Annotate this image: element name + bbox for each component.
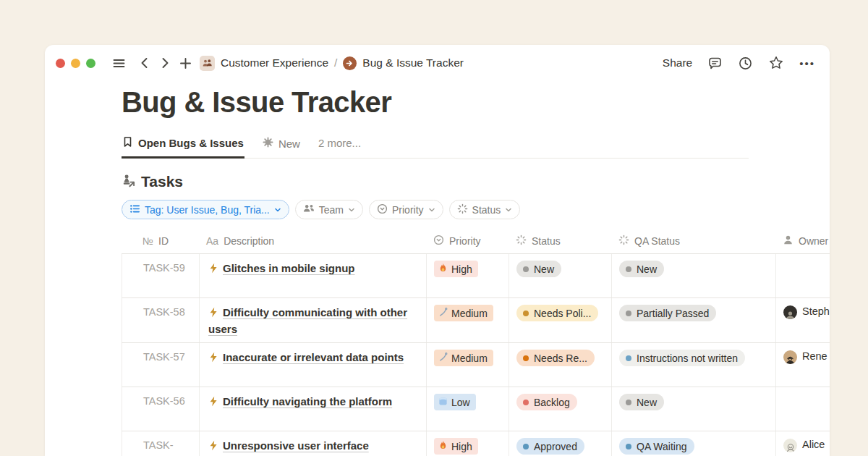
lightning-bolt-icon [208, 351, 218, 366]
tab-label: New [278, 138, 300, 150]
table-header-row: № ID Aa Description Priority Status [122, 229, 830, 254]
priority-label: Low [451, 397, 470, 408]
owner-cell[interactable] [775, 254, 830, 297]
status-dot [523, 400, 529, 405]
status-cell[interactable]: Needs Re... [509, 343, 611, 387]
avatar [783, 350, 797, 364]
flame-icon [438, 440, 448, 452]
breadcrumb-page[interactable]: Bug & Issue Tracker [362, 56, 464, 69]
back-icon[interactable] [135, 54, 155, 72]
traffic-lights [56, 59, 95, 68]
filter-chip-status[interactable]: Status [449, 200, 521, 219]
priority-cell[interactable]: Low [426, 387, 509, 431]
hamburger-menu-icon[interactable] [109, 54, 129, 72]
history-clock-icon[interactable] [738, 56, 753, 71]
status-cell[interactable]: Needs Poli... [509, 298, 611, 342]
tab-new[interactable]: New [262, 137, 301, 159]
minimize-window-icon[interactable] [71, 59, 80, 68]
task-id-cell[interactable]: TASK-56 [122, 387, 199, 431]
owner-cell[interactable]: Alice [775, 431, 830, 456]
qa-status-cell[interactable]: New [611, 387, 775, 431]
bulleted-list-icon [129, 203, 140, 216]
view-tabs: Open Bugs & Issues New 2 more... [122, 136, 749, 159]
status-label: Needs Re... [534, 352, 587, 364]
needle-icon [438, 307, 448, 319]
column-header-id[interactable]: № ID [122, 229, 199, 253]
share-button[interactable]: Share [663, 56, 692, 69]
spinner-icon [516, 235, 527, 248]
status-label: Backlog [534, 397, 570, 408]
linked-database-pawn-icon [122, 174, 135, 190]
priority-cell[interactable]: Medium [426, 343, 509, 387]
task-description-cell: Difficulty communicating with other user… [199, 298, 426, 342]
priority-cell[interactable]: Medium [426, 298, 509, 342]
breadcrumb-workspace[interactable]: Customer Experience [221, 56, 328, 69]
task-title-link[interactable]: Glitches in mobile signup [223, 262, 355, 274]
breadcrumb-separator: / [334, 56, 337, 69]
avatar [783, 439, 797, 452]
table-row: TASK-56 Difficulty navigating the platfo… [122, 387, 830, 431]
priority-cell[interactable]: High [426, 431, 509, 456]
filter-chip-priority[interactable]: Priority [369, 200, 443, 219]
number-sign-icon: № [142, 235, 153, 247]
qa-status-label: Partially Passed [637, 308, 709, 319]
owner-cell[interactable]: Steph [775, 298, 830, 342]
filter-chip-tag[interactable]: Tag: User Issue, Bug, Tria... [122, 200, 289, 219]
topbar-actions: Share ••• [663, 55, 815, 71]
status-cell[interactable]: New [509, 254, 611, 297]
qa-status-cell[interactable]: Partially Passed [611, 298, 775, 342]
spinner-icon [618, 235, 629, 248]
priority-label: High [451, 263, 472, 275]
chevron-down-icon [428, 206, 435, 214]
status-cell[interactable]: Approved [509, 431, 611, 456]
column-header-status[interactable]: Status [509, 229, 611, 253]
lightning-bolt-icon [208, 306, 218, 321]
column-header-qa-status[interactable]: QA Status [611, 229, 775, 253]
forward-icon[interactable] [155, 54, 175, 72]
filter-chip-team[interactable]: Team [295, 200, 363, 219]
page-content: Bug & Issue Tracker Open Bugs & Issues N… [45, 85, 830, 456]
section-title: Tasks [141, 173, 183, 190]
chevron-down-icon [505, 206, 512, 214]
status-cell[interactable]: Backlog [509, 387, 611, 431]
qa-status-label: New [637, 397, 657, 408]
workspace-people-icon[interactable] [200, 56, 215, 71]
favorite-star-icon[interactable] [768, 55, 784, 71]
status-dot [523, 444, 529, 449]
status-dot [626, 400, 631, 405]
circle-arrow-icon [433, 235, 444, 248]
comments-icon[interactable] [707, 56, 723, 71]
priority-cell[interactable]: High [426, 254, 509, 297]
task-title-link[interactable]: Difficulty communicating with other user… [208, 306, 407, 335]
table-row: TASK-59 Glitches in mobile signup High N… [122, 254, 830, 298]
page-arrow-icon [343, 56, 357, 70]
lightning-bolt-icon [208, 439, 218, 455]
qa-status-cell[interactable]: Instructions not written [611, 343, 775, 387]
tab-open-bugs-issues[interactable]: Open Bugs & Issues [122, 136, 244, 159]
task-id-cell[interactable]: TASK-58 [122, 298, 199, 342]
tab-label: Open Bugs & Issues [138, 137, 244, 149]
task-id-cell[interactable]: TASK-57 [122, 343, 199, 387]
task-title-link[interactable]: Inaccurate or irrelevant data points [223, 351, 404, 363]
task-id-cell[interactable]: TASK-59 [122, 254, 199, 297]
qa-status-label: New [637, 263, 657, 275]
column-header-priority[interactable]: Priority [426, 229, 509, 253]
circle-arrow-icon [377, 203, 388, 216]
owner-cell[interactable] [775, 387, 830, 431]
column-header-owner[interactable]: Owner [775, 229, 830, 253]
task-title-link[interactable]: Unresponsive user interface [223, 439, 369, 452]
table-body: TASK-59 Glitches in mobile signup High N… [122, 254, 830, 456]
maximize-window-icon[interactable] [86, 59, 95, 68]
flame-icon [438, 263, 448, 275]
task-id-cell[interactable]: TASK- [122, 431, 199, 456]
more-options-icon[interactable]: ••• [799, 57, 815, 69]
task-description-cell: Difficulty navigating the platform [199, 387, 426, 431]
tabs-more-button[interactable]: 2 more... [318, 137, 361, 158]
task-title-link[interactable]: Difficulty navigating the platform [223, 395, 392, 408]
owner-cell[interactable]: Rene [775, 343, 830, 387]
qa-status-cell[interactable]: New [611, 254, 775, 297]
close-window-icon[interactable] [56, 59, 65, 68]
qa-status-cell[interactable]: QA Waiting [611, 431, 775, 456]
column-header-description[interactable]: Aa Description [199, 229, 426, 253]
new-page-icon[interactable] [175, 54, 195, 72]
